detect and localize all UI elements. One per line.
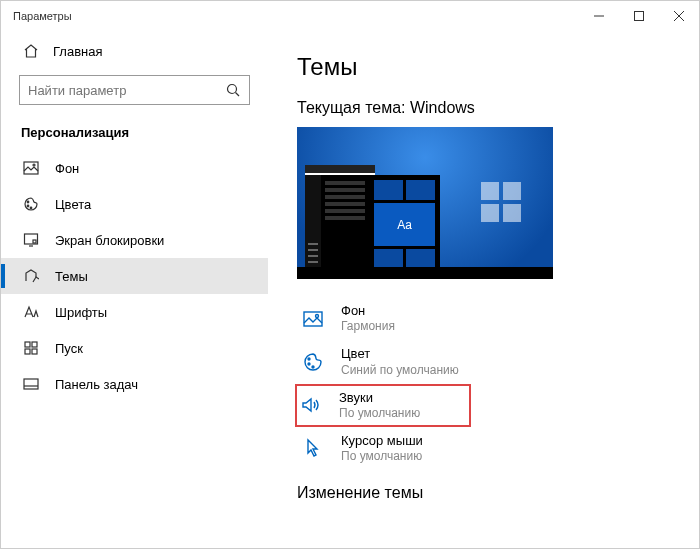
- search-input[interactable]: [28, 83, 225, 98]
- svg-rect-6: [24, 162, 38, 174]
- setting-label: Звуки: [339, 390, 420, 406]
- sidebar-item-label: Экран блокировки: [55, 233, 164, 248]
- sidebar-item-colors[interactable]: Цвета: [1, 186, 268, 222]
- sidebar-item-label: Шрифты: [55, 305, 107, 320]
- setting-color[interactable]: Цвет Синий по умолчанию: [297, 340, 671, 383]
- svg-rect-12: [33, 240, 36, 243]
- titlebar: Параметры: [1, 1, 699, 31]
- sidebar-item-taskbar[interactable]: Панель задач: [1, 366, 268, 402]
- svg-point-22: [308, 358, 310, 360]
- setting-background[interactable]: Фон Гармония: [297, 297, 671, 340]
- window-controls: [579, 1, 699, 31]
- search-container: [19, 75, 250, 105]
- svg-point-4: [228, 85, 237, 94]
- cursor-icon: [299, 434, 327, 462]
- svg-rect-15: [32, 342, 37, 347]
- picture-icon: [299, 305, 327, 333]
- setting-label: Фон: [341, 303, 395, 319]
- themes-icon: [23, 268, 39, 284]
- setting-text: Цвет Синий по умолчанию: [341, 346, 459, 377]
- minimize-button[interactable]: [579, 1, 619, 31]
- palette-icon: [23, 196, 39, 212]
- svg-point-24: [312, 366, 314, 368]
- taskbar-icon: [23, 376, 39, 392]
- palette-icon: [299, 348, 327, 376]
- close-button[interactable]: [659, 1, 699, 31]
- home-icon: [23, 43, 39, 59]
- sidebar-item-label: Цвета: [55, 197, 91, 212]
- category-title: Персонализация: [1, 119, 268, 150]
- setting-label: Цвет: [341, 346, 459, 362]
- svg-line-5: [236, 93, 240, 97]
- theme-preview[interactable]: Aa: [297, 127, 553, 279]
- sidebar-item-fonts[interactable]: Шрифты: [1, 294, 268, 330]
- svg-rect-17: [32, 349, 37, 354]
- sidebar-item-label: Темы: [55, 269, 88, 284]
- setting-cursor[interactable]: Курсор мыши По умолчанию: [297, 427, 671, 470]
- setting-sounds[interactable]: Звуки По умолчанию: [295, 384, 471, 427]
- lockscreen-icon: [23, 232, 39, 248]
- current-theme-label: Текущая тема: Windows: [297, 99, 671, 117]
- sidebar-item-background[interactable]: Фон: [1, 150, 268, 186]
- sidebar-item-themes[interactable]: Темы: [1, 258, 268, 294]
- page-title: Темы: [297, 53, 671, 81]
- preview-tile-aa: Aa: [374, 203, 435, 246]
- svg-point-21: [316, 314, 319, 317]
- search-box[interactable]: [19, 75, 250, 105]
- setting-value: Гармония: [341, 319, 395, 334]
- setting-value: По умолчанию: [341, 449, 423, 464]
- sidebar-item-start[interactable]: Пуск: [1, 330, 268, 366]
- start-icon: [23, 340, 39, 356]
- setting-text: Фон Гармония: [341, 303, 395, 334]
- setting-value: Синий по умолчанию: [341, 363, 459, 378]
- home-link[interactable]: Главная: [1, 35, 268, 69]
- speaker-icon: [297, 391, 325, 419]
- sidebar-item-lockscreen[interactable]: Экран блокировки: [1, 222, 268, 258]
- window-title: Параметры: [13, 10, 72, 22]
- svg-point-23: [308, 363, 310, 365]
- svg-rect-1: [635, 12, 644, 21]
- search-icon: [225, 82, 241, 98]
- picture-icon: [23, 160, 39, 176]
- setting-text: Курсор мыши По умолчанию: [341, 433, 423, 464]
- svg-rect-20: [304, 312, 322, 326]
- fonts-icon: [23, 304, 39, 320]
- sidebar-item-label: Пуск: [55, 341, 83, 356]
- svg-rect-18: [24, 379, 38, 389]
- setting-value: По умолчанию: [339, 406, 420, 421]
- maximize-button[interactable]: [619, 1, 659, 31]
- setting-text: Звуки По умолчанию: [339, 390, 420, 421]
- content-area: Темы Текущая тема: Windows Aa Фон Гармо: [269, 31, 699, 548]
- sidebar-item-label: Панель задач: [55, 377, 138, 392]
- svg-rect-16: [25, 349, 30, 354]
- svg-point-7: [33, 164, 35, 166]
- setting-label: Курсор мыши: [341, 433, 423, 449]
- svg-point-8: [27, 201, 29, 203]
- svg-point-10: [30, 207, 32, 209]
- home-label: Главная: [53, 44, 102, 59]
- svg-rect-14: [25, 342, 30, 347]
- sidebar: Главная Персонализация Фон Цвета Экран б…: [1, 31, 269, 548]
- sidebar-item-label: Фон: [55, 161, 79, 176]
- change-theme-heading: Изменение темы: [297, 484, 671, 502]
- svg-point-9: [27, 205, 29, 207]
